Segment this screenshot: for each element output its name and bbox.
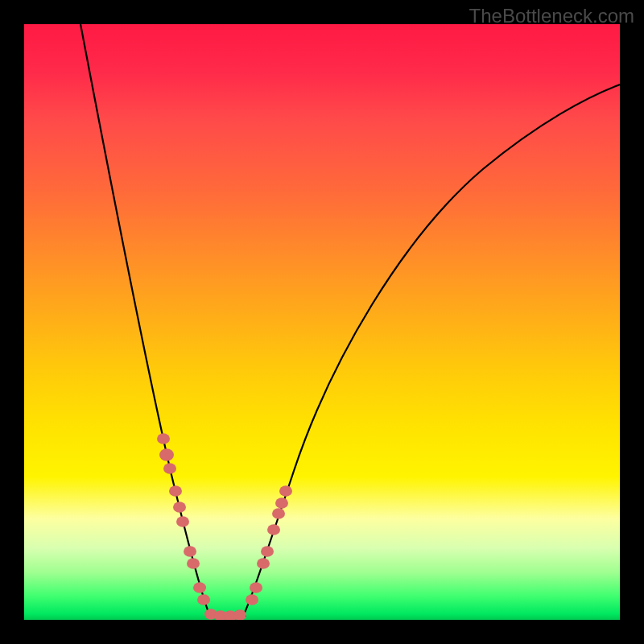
data-marker [169,485,182,497]
data-marker [267,524,280,535]
markers-group [157,433,292,620]
left-curve [80,24,211,616]
data-marker [197,594,210,605]
watermark-text: TheBottleneck.com [469,5,634,27]
data-marker [176,516,189,527]
chart-container: TheBottleneck.com [0,0,644,644]
data-marker [159,448,174,460]
data-marker [187,558,200,569]
data-marker [250,582,262,593]
data-marker [261,546,274,557]
chart-svg [24,24,620,620]
data-marker [193,582,206,593]
data-marker [157,433,170,444]
plot-area [24,24,620,620]
data-marker [275,497,288,509]
data-marker [173,502,186,513]
data-marker [246,594,258,605]
data-marker [272,508,285,519]
data-marker [279,485,292,497]
data-marker [184,546,196,557]
data-marker [257,558,270,569]
data-marker [163,463,176,474]
right-curve [243,85,620,616]
